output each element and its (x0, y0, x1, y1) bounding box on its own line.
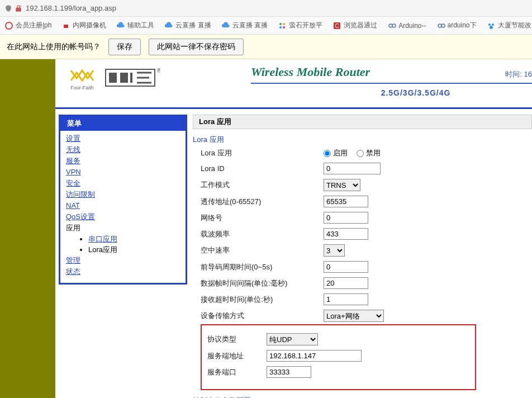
bookmark-item[interactable]: 萤石开放平 (278, 21, 322, 30)
bookmark-item[interactable]: 云直播 直播 (164, 21, 211, 30)
menu-status[interactable]: 状态 (66, 267, 80, 276)
brand-logo: Four-Faith ® (65, 67, 160, 96)
field-label-freq: 载波频率 (201, 229, 324, 239)
time-label: 时间: 16 (505, 69, 532, 79)
field-label-addr: 透传地址(0-65527) (201, 197, 324, 207)
svg-point-11 (490, 26, 493, 29)
input-timeout[interactable] (324, 293, 368, 305)
field-label-server-port: 服务端口 (207, 367, 267, 377)
prompt-text: 在此网站上使用的帐号吗？ (7, 42, 101, 52)
menu-settings[interactable]: 设置 (66, 134, 80, 143)
input-server-addr[interactable] (267, 350, 362, 362)
brand-subtext: Four-Faith (70, 85, 94, 91)
select-proto[interactable]: 纯UDP (267, 333, 318, 345)
submenu-serial[interactable]: 串口应用 (88, 235, 117, 243)
bookmark-item[interactable]: 云直播 直播 (221, 21, 268, 30)
arduino-icon (436, 21, 445, 30)
field-label-net: 网络号 (201, 213, 324, 223)
bands-label: 2.5G/3G/3.5G/4G (251, 88, 532, 97)
field-label-server-addr: 服务端地址 (207, 351, 267, 361)
left-olive-strip (0, 59, 55, 398)
submenu-lora: Lora应用 (88, 245, 117, 254)
svg-rect-13 (109, 73, 117, 83)
svg-point-9 (488, 23, 491, 26)
bookmark-icon (61, 21, 70, 30)
menu-nat[interactable]: NAT (66, 201, 80, 210)
panel-title: Lora 应用 (193, 115, 532, 129)
never-save-button[interactable]: 此网站一律不保存密码 (149, 39, 244, 55)
input-preamble[interactable] (324, 261, 368, 273)
input-net[interactable] (324, 212, 368, 224)
bookmark-item[interactable]: 辅助工具 (116, 21, 154, 30)
bookmark-item[interactable]: arduino下 (436, 21, 477, 30)
menu-vpn[interactable]: VPN (66, 168, 81, 176)
bookmark-item[interactable]: C浏览器通过 (332, 21, 377, 30)
field-label-app: Lora 应用 (201, 148, 324, 158)
save-button[interactable]: 保存 (108, 39, 141, 55)
cloud-icon (221, 21, 230, 30)
field-label-rate: 空中速率 (201, 245, 324, 255)
cloud-icon (164, 21, 173, 30)
menu-title: 菜单 (60, 116, 186, 131)
input-addr[interactable] (324, 196, 368, 207)
grid-icon (278, 21, 287, 30)
svg-point-10 (492, 23, 494, 26)
highlighted-server-config: 协议类型 纯UDP 服务端地址 服务端口 (201, 324, 476, 390)
section-label: Lora 应用 (193, 135, 532, 145)
sidebar-menu: 菜单 设置 无线 服务 VPN 安全 访问限制 NAT QoS设置 应用 串口应… (59, 115, 187, 285)
svg-point-6 (283, 26, 285, 29)
field-label-transport: 设备传输方式 (201, 311, 324, 321)
radio-enable[interactable]: 启用 (324, 148, 348, 158)
menu-app: 应用 (66, 224, 80, 232)
svg-point-3 (279, 23, 282, 25)
section-label-serial: 控制串口参数配置 (193, 396, 532, 398)
square-icon: C (332, 21, 341, 30)
url-text[interactable]: 192.168.1.199/lora_app.asp (26, 4, 116, 12)
bookmark-item[interactable]: Arduino-- (387, 21, 426, 30)
svg-point-4 (283, 23, 285, 25)
menu-wireless[interactable]: 无线 (66, 145, 80, 154)
svg-text:C: C (335, 23, 339, 29)
svg-rect-14 (120, 73, 128, 83)
svg-rect-2 (64, 25, 68, 28)
field-label-loraid: Lora ID (201, 164, 324, 173)
arduino-icon (387, 21, 396, 30)
divider (55, 107, 532, 109)
not-secure-icon (15, 4, 22, 12)
select-mode[interactable]: TRNS (324, 179, 360, 191)
svg-point-1 (6, 22, 12, 29)
field-label-preamble: 前导码周期时间(0~5s) (201, 262, 324, 272)
svg-point-5 (279, 26, 282, 29)
shield-icon (4, 4, 12, 12)
input-lora-id[interactable] (324, 163, 381, 174)
field-label-timeout: 接收超时时间(单位:秒) (201, 295, 324, 305)
input-frame[interactable] (324, 277, 368, 289)
select-rate[interactable]: 3 (324, 244, 345, 257)
bookmark-item[interactable]: 大厦节能改 (487, 21, 531, 30)
menu-access[interactable]: 访问限制 (66, 190, 95, 198)
input-freq[interactable] (324, 228, 368, 240)
select-transport[interactable]: Lora+网络 (324, 310, 384, 322)
cloud-icon (116, 21, 125, 30)
browser-address-bar: 192.168.1.199/lora_app.asp (0, 0, 532, 17)
field-label-frame: 数据帧时间间隔(单位:毫秒) (201, 278, 324, 288)
bookmark-item[interactable]: 内网摄像机 (61, 21, 106, 30)
bookmarks-bar: 会员注册|ph 内网摄像机 辅助工具 云直播 直播 云直播 直播 萤石开放平 C… (0, 17, 532, 35)
save-password-prompt: 在此网站上使用的帐号吗？ 保存 此网站一律不保存密码 (0, 35, 532, 59)
menu-admin[interactable]: 管理 (66, 256, 80, 264)
bookmark-icon (4, 21, 13, 30)
menu-security[interactable]: 安全 (66, 179, 80, 187)
radio-disable[interactable]: 禁用 (357, 148, 381, 158)
menu-qos[interactable]: QoS设置 (66, 212, 95, 221)
paw-icon (487, 21, 496, 30)
bookmark-item[interactable]: 会员注册|ph (4, 21, 51, 30)
input-server-port[interactable] (267, 366, 311, 378)
page-title: Wireless Mobile Router (251, 65, 532, 84)
field-label-proto: 协议类型 (207, 334, 267, 344)
field-label-mode: 工作模式 (201, 180, 324, 190)
svg-text:®: ® (157, 68, 160, 74)
menu-services[interactable]: 服务 (66, 157, 80, 165)
